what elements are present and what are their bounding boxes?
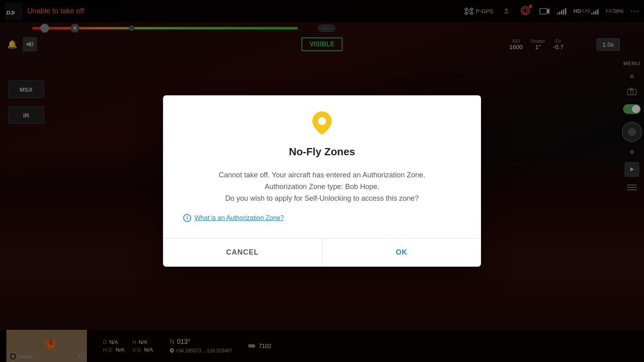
location-pin-modal-svg (312, 111, 332, 135)
modal-message-text: Cannot take off. Your aircraft has enter… (219, 171, 425, 202)
authorization-zone-link[interactable]: What is an Authorization Zone? (194, 214, 284, 222)
modal-body: No-Fly Zones Cannot take off. Your aircr… (163, 95, 481, 238)
modal-overlay: No-Fly Zones Cannot take off. Your aircr… (0, 0, 644, 362)
modal-link-row: i What is an Authorization Zone? (183, 214, 461, 222)
cancel-button[interactable]: CANCEL (163, 239, 322, 267)
modal-message: Cannot take off. Your aircraft has enter… (183, 169, 461, 204)
svg-point-38 (318, 117, 326, 125)
modal-footer: CANCEL OK (163, 239, 481, 267)
ok-button[interactable]: OK (322, 239, 481, 267)
modal-location-icon (183, 111, 461, 139)
info-circle-icon: i (183, 214, 191, 222)
no-fly-zone-modal: No-Fly Zones Cannot take off. Your aircr… (163, 95, 481, 266)
modal-title: No-Fly Zones (183, 146, 461, 158)
